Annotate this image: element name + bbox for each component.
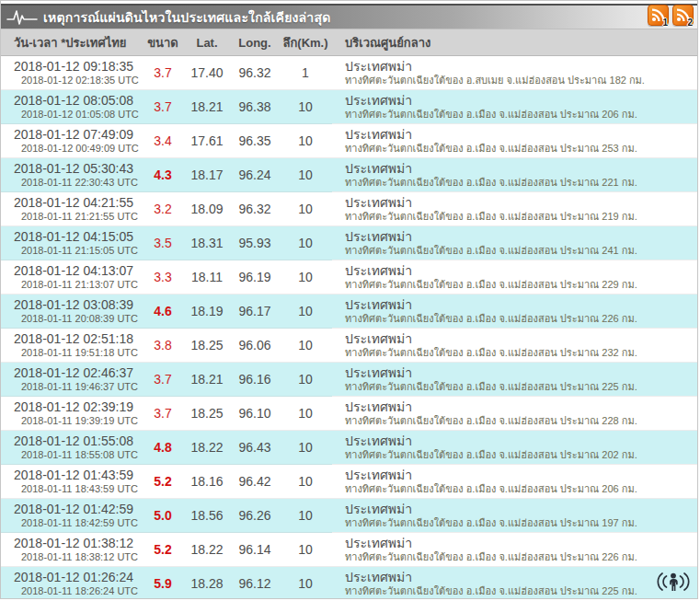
epicenter-detail: ทางทิศตะวันตกเฉียงใต้ของ อ.เมือง จ.แม่ฮ่… [345,211,698,223]
depth-value: 10 [279,124,332,158]
epicenter-cell: ประเทศพม่า ทางทิศตะวันตกเฉียงใต้ของ อ.เม… [332,124,698,158]
column-header-magnitude: ขนาด [143,29,183,56]
table-row[interactable]: 2018-01-12 04:15:05 2018-01-11 21:15:05 … [1,226,698,260]
epicenter-region: ประเทศพม่า [345,127,698,143]
longitude-value: 95.93 [231,226,279,260]
local-time: 2018-01-12 09:18:35 [14,59,143,75]
epicenter-region: ประเทศพม่า [345,59,698,75]
epicenter-detail: ทางทิศตะวันตกเฉียงใต้ของ อ.เมือง จ.แม่ฮ่… [345,551,698,563]
local-time: 2018-01-12 05:30:43 [14,161,143,177]
depth-value: 10 [279,567,332,600]
table-row[interactable]: 2018-01-12 05:30:43 2018-01-11 22:30:43 … [1,158,698,192]
epicenter-cell: ประเทศพม่า ทางทิศตะวันตกเฉียงใต้ของ อ.เม… [332,431,698,465]
datetime-cell: 2018-01-12 02:51:18 2018-01-11 19:51:18 … [1,329,143,363]
magnitude-value: 4.8 [143,431,183,465]
epicenter-detail: ทางทิศตะวันตกเฉียงใต้ของ อ.เมือง จ.แม่ฮ่… [345,109,698,121]
table-row[interactable]: 2018-01-12 09:18:35 2018-01-12 02:18:35 … [1,56,698,90]
epicenter-region: ประเทศพม่า [345,331,698,347]
felt-earthquake-icon [657,572,690,595]
local-time: 2018-01-12 01:26:24 [14,570,143,585]
epicenter-region: ประเทศพม่า [345,570,698,585]
latitude-value: 18.22 [183,533,231,567]
depth-value: 10 [279,192,332,226]
epicenter-region: ประเทศพม่า [345,195,698,211]
datetime-cell: 2018-01-12 04:21:55 2018-01-11 21:21:55 … [1,192,143,226]
utc-time: 2018-01-11 21:21:55 UTC [14,211,143,223]
epicenter-detail: ทางทิศตะวันตกเฉียงใต้ของ อ.เมือง จ.แม่ฮ่… [345,517,698,529]
magnitude-value: 5.2 [143,465,183,499]
page-title: เหตุการณ์แผ่นดินไหวในประเทศและใกล้เคียงล… [43,7,330,28]
table-row[interactable]: 2018-01-12 01:38:12 2018-01-11 18:38:12 … [1,533,698,567]
column-header-epicenter: บริเวณศูนย์กลาง [332,29,698,56]
longitude-value: 96.14 [231,533,279,567]
table-row[interactable]: 2018-01-12 02:39:19 2018-01-11 19:39:19 … [1,397,698,431]
magnitude-value: 3.7 [143,397,183,431]
longitude-value: 96.43 [231,431,279,465]
table-row[interactable]: 2018-01-12 03:08:39 2018-01-11 20:08:39 … [1,295,698,329]
longitude-value: 96.24 [231,158,279,192]
latitude-value: 18.16 [183,465,231,499]
epicenter-detail: ทางทิศตะวันตกเฉียงใต้ของ อ.เมือง จ.แม่ฮ่… [345,415,698,427]
datetime-cell: 2018-01-12 04:15:05 2018-01-11 21:15:05 … [1,226,143,260]
utc-time: 2018-01-12 00:49:09 UTC [14,143,143,155]
epicenter-region: ประเทศพม่า [345,365,698,381]
local-time: 2018-01-12 03:08:39 [14,297,143,313]
longitude-value: 96.32 [231,56,279,90]
table-row[interactable]: 2018-01-12 01:43:59 2018-01-11 18:43:59 … [1,465,698,499]
epicenter-cell: ประเทศพม่า ทางทิศตะวันตกเฉียงใต้ของ อ.เม… [332,90,698,124]
magnitude-value: 3.7 [143,56,183,90]
table-row[interactable]: 2018-01-12 04:13:07 2018-01-11 21:13:07 … [1,260,698,295]
epicenter-cell: ประเทศพม่า ทางทิศตะวันตกเฉียงใต้ของ อ.เม… [332,295,698,329]
column-header-datetime: วัน-เวลา *ประเทศไทย [1,29,143,56]
epicenter-region: ประเทศพม่า [345,536,698,551]
longitude-value: 96.06 [231,329,279,363]
depth-value: 10 [279,329,332,363]
longitude-value: 96.19 [231,260,279,295]
latitude-value: 18.21 [183,90,231,124]
table-row[interactable]: 2018-01-12 04:21:55 2018-01-11 21:21:55 … [1,192,698,226]
local-time: 2018-01-12 04:13:07 [14,263,143,279]
depth-value: 10 [279,533,332,567]
epicenter-detail: ทางทิศตะวันตกเฉียงใต้ของ อ.เมือง จ.แม่ฮ่… [345,381,698,393]
epicenter-region: ประเทศพม่า [345,229,698,245]
local-time: 2018-01-12 07:49:09 [14,127,143,143]
epicenter-detail: ทางทิศตะวันตกเฉียงใต้ของ อ.เมือง จ.แม่ฮ่… [345,143,698,155]
datetime-cell: 2018-01-12 01:55:08 2018-01-11 18:55:08 … [1,431,143,465]
epicenter-region: ประเทศพม่า [345,433,698,449]
rss-feed-2-number: 2 [687,17,693,28]
table-row[interactable]: 2018-01-12 02:46:37 2018-01-11 19:46:37 … [1,363,698,397]
epicenter-detail: ทางทิศตะวันตกเฉียงใต้ของ อ.สบเมย จ.แม่ฮ่… [345,75,698,87]
table-row[interactable]: 2018-01-12 02:51:18 2018-01-11 19:51:18 … [1,329,698,363]
rss-feed-2-icon[interactable]: 2 [672,5,694,26]
table-row[interactable]: 2018-01-12 07:49:09 2018-01-12 00:49:09 … [1,124,698,158]
table-row[interactable]: 2018-01-12 01:42:59 2018-01-11 18:42:59 … [1,499,698,533]
datetime-cell: 2018-01-12 02:46:37 2018-01-11 19:46:37 … [1,363,143,397]
local-time: 2018-01-12 01:55:08 [14,433,143,449]
table-row[interactable]: 2018-01-12 01:55:08 2018-01-11 18:55:08 … [1,431,698,465]
epicenter-region: ประเทศพม่า [345,161,698,177]
epicenter-detail: ทางทิศตะวันตกเฉียงใต้ของ อ.เมือง จ.แม่ฮ่… [345,177,698,189]
local-time: 2018-01-12 02:51:18 [14,331,143,347]
rss-feed-1-number: 1 [662,17,668,28]
utc-time: 2018-01-11 19:51:18 UTC [14,347,143,359]
longitude-value: 96.17 [231,295,279,329]
epicenter-cell: ประเทศพม่า ทางทิศตะวันตกเฉียงใต้ของ อ.เม… [332,363,698,397]
magnitude-value: 4.6 [143,295,183,329]
latitude-value: 17.61 [183,124,231,158]
local-time: 2018-01-12 01:42:59 [14,502,143,517]
epicenter-region: ประเทศพม่า [345,263,698,279]
table-row[interactable]: 2018-01-12 01:26:24 2018-01-11 18:26:24 … [1,567,698,600]
depth-value: 10 [279,499,332,533]
earthquake-widget: เหตุการณ์แผ่นดินไหวในประเทศและใกล้เคียงล… [0,0,698,599]
table-row[interactable]: 2018-01-12 08:05:08 2018-01-12 01:05:08 … [1,90,698,124]
epicenter-detail: ทางทิศตะวันตกเฉียงใต้ของ อ.เมือง จ.แม่ฮ่… [345,483,698,495]
longitude-value: 96.26 [231,499,279,533]
magnitude-value: 3.2 [143,192,183,226]
title-bar: เหตุการณ์แผ่นดินไหวในประเทศและใกล้เคียงล… [1,4,697,29]
magnitude-value: 4.3 [143,158,183,192]
datetime-cell: 2018-01-12 01:42:59 2018-01-11 18:42:59 … [1,499,143,533]
rss-feed-1-icon[interactable]: 1 [648,5,669,26]
epicenter-region: ประเทศพม่า [345,502,698,517]
latitude-value: 18.31 [183,226,231,260]
utc-time: 2018-01-12 02:18:35 UTC [14,75,143,87]
